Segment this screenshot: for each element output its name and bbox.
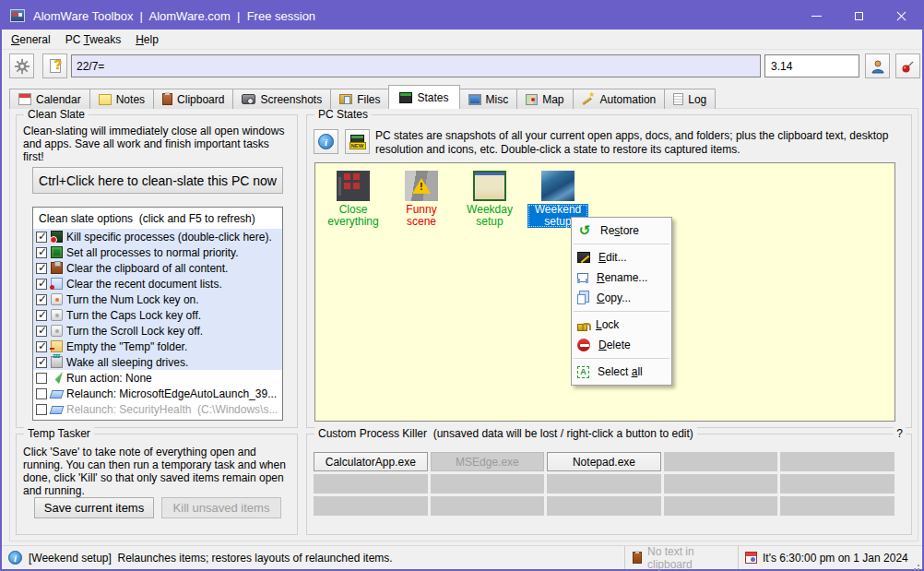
option-checkbox[interactable] xyxy=(36,357,47,368)
datetime-icon xyxy=(745,552,757,564)
minimize-icon xyxy=(811,16,822,17)
clean-slate-option-row[interactable]: Turn the Num Lock key on. xyxy=(33,291,282,307)
copy-icon xyxy=(577,294,586,304)
process-kill-button[interactable]: CalculatorApp.exe xyxy=(314,452,428,471)
option-checkbox[interactable] xyxy=(36,279,47,290)
context-menu-item[interactable]: Lock xyxy=(572,315,671,335)
tab[interactable]: Automation xyxy=(573,89,666,109)
wake-drives-icon xyxy=(51,356,63,368)
clean-slate-option-row[interactable]: Kill specific processes (double-click he… xyxy=(33,229,282,244)
menubar-item[interactable]: PC Tweaks xyxy=(58,30,128,49)
option-checkbox[interactable] xyxy=(36,373,47,384)
context-menu-item[interactable]: Edit... xyxy=(572,247,671,268)
process-kill-button[interactable] xyxy=(431,474,545,494)
tab[interactable]: States xyxy=(388,85,459,109)
relaunch-icon xyxy=(50,406,65,414)
process-killer-help[interactable]: ? xyxy=(894,427,906,440)
context-menu-item[interactable]: Rename... xyxy=(572,268,671,288)
quick-command-input[interactable] xyxy=(71,54,761,77)
context-menu-item[interactable]: Restore xyxy=(572,220,671,241)
process-kill-button[interactable] xyxy=(664,452,778,471)
clean-slate-option-row[interactable]: Relaunch: SecurityHealth (C:\Windows\s..… xyxy=(33,401,282,417)
maximize-button[interactable] xyxy=(837,2,880,30)
clean-slate-option-row[interactable]: Wake all sleeping drives. xyxy=(33,354,282,370)
clean-slate-option-row[interactable]: Run action: None xyxy=(33,370,282,386)
edit-icon xyxy=(577,252,590,263)
option-label: Kill specific processes (double-click he… xyxy=(66,231,272,244)
process-kill-button[interactable] xyxy=(314,474,428,494)
option-checkbox[interactable] xyxy=(36,341,47,352)
tab[interactable]: Misc xyxy=(459,89,518,109)
help-button[interactable]: ? xyxy=(42,54,67,78)
clean-slate-option-row[interactable]: Empty the "Temp" folder. xyxy=(33,339,282,354)
user-button[interactable] xyxy=(865,54,890,78)
option-checkbox[interactable] xyxy=(36,294,47,305)
app-window: AlomWare Toolbox | AlomWare.com | Free s… xyxy=(0,0,924,571)
clean-slate-now-button[interactable]: Ctrl+Click here to clean-slate this PC n… xyxy=(32,167,283,194)
clean-slate-option-row[interactable]: Turn the Caps Lock key off. xyxy=(33,307,282,323)
option-checkbox[interactable] xyxy=(36,247,47,258)
close-button[interactable] xyxy=(880,2,922,30)
pc-state-item[interactable]: Close everything xyxy=(323,171,384,228)
process-kill-button[interactable] xyxy=(314,496,428,516)
calendar-icon xyxy=(18,93,31,105)
process-kill-button[interactable] xyxy=(780,474,894,494)
pc-state-item[interactable]: Funny scene xyxy=(391,171,452,228)
pin-button[interactable] xyxy=(895,54,920,78)
tab[interactable]: Log xyxy=(664,89,716,109)
option-checkbox[interactable] xyxy=(36,388,47,399)
lock-icon xyxy=(577,324,587,331)
process-kill-button[interactable]: MSEdge.exe xyxy=(431,452,545,471)
tab[interactable]: Calendar xyxy=(9,89,90,109)
option-checkbox[interactable] xyxy=(36,404,47,415)
tab-label: Automation xyxy=(600,93,657,106)
tab-label: Files xyxy=(357,93,380,106)
context-menu-item[interactable]: Select all xyxy=(572,362,671,382)
notes-icon xyxy=(99,94,112,105)
menubar-item[interactable]: General xyxy=(4,30,58,49)
process-kill-button[interactable]: Notepad.exe xyxy=(547,452,661,471)
process-kill-button[interactable] xyxy=(664,474,778,494)
option-checkbox[interactable] xyxy=(36,310,47,321)
option-checkbox[interactable] xyxy=(36,326,47,337)
pc-states-info-button[interactable]: i xyxy=(314,129,338,154)
minimize-button[interactable] xyxy=(795,2,837,30)
new-state-icon: NEW xyxy=(349,135,366,149)
datetime-text: It's 6:30:00 pm on 1 Jan 2024 xyxy=(763,552,908,565)
process-kill-button[interactable] xyxy=(780,452,894,471)
tab[interactable]: Files xyxy=(330,89,389,109)
tab[interactable]: Screenshots xyxy=(232,89,331,109)
tab[interactable]: Clipboard xyxy=(153,89,233,109)
settings-button[interactable] xyxy=(9,54,34,78)
scroll-lock-icon xyxy=(51,325,63,337)
pc-state-item[interactable]: Weekday setup xyxy=(459,171,520,228)
tab[interactable]: Map xyxy=(516,89,573,109)
clean-slate-option-row[interactable]: Relaunch: MicrosoftEdgeAutoLaunch_39... xyxy=(33,386,282,401)
option-checkbox[interactable] xyxy=(36,232,47,243)
process-kill-button[interactable] xyxy=(780,496,894,516)
process-kill-label: MSEdge.exe xyxy=(456,456,519,469)
temp-tasker-description: Click 'Save' to take note of everything … xyxy=(23,446,294,497)
clean-slate-option-row[interactable]: Turn the Scroll Lock key off. xyxy=(33,323,282,339)
resize-grip[interactable] xyxy=(918,565,919,566)
process-kill-button[interactable] xyxy=(547,496,661,516)
new-state-button[interactable]: NEW xyxy=(345,129,370,154)
process-kill-button[interactable] xyxy=(547,474,661,494)
menubar-item[interactable]: Help xyxy=(128,30,166,49)
context-menu-item[interactable]: Delete xyxy=(572,335,671,355)
clean-slate-options-list[interactable]: Clean slate options (click and F5 to ref… xyxy=(32,207,283,421)
restore-icon xyxy=(577,223,592,238)
process-kill-button[interactable] xyxy=(431,496,545,516)
option-label: Clear the clipboard of all content. xyxy=(66,262,228,275)
option-label: Empty the "Temp" folder. xyxy=(66,340,187,353)
clean-slate-option-row[interactable]: Clear the recent document lists. xyxy=(33,276,282,291)
process-kill-button[interactable] xyxy=(664,496,778,516)
clean-slate-option-row[interactable]: Set all processes to normal priority. xyxy=(33,244,282,260)
clean-slate-option-row[interactable]: Clear the clipboard of all content. xyxy=(33,260,282,276)
process-kill-label: Notepad.exe xyxy=(573,456,635,469)
save-current-items-button[interactable]: Save current items xyxy=(34,497,154,518)
option-checkbox[interactable] xyxy=(36,263,47,274)
context-menu-item[interactable]: Copy... xyxy=(572,288,671,308)
tab[interactable]: Notes xyxy=(89,89,154,109)
kill-unsaved-items-button[interactable]: Kill unsaved items xyxy=(161,497,281,518)
